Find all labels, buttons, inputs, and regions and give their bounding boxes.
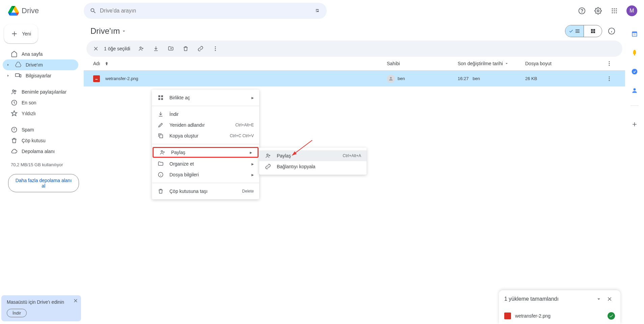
svg-point-1 bbox=[582, 12, 582, 13]
column-menu[interactable] bbox=[606, 60, 620, 67]
people-icon bbox=[11, 89, 18, 95]
add-icon[interactable] bbox=[628, 118, 641, 131]
menu-open-with[interactable]: Birlikte aç ▸ bbox=[152, 92, 259, 103]
buy-storage-button[interactable]: Daha fazla depolama alanı al bbox=[8, 174, 79, 192]
svg-point-7 bbox=[614, 10, 615, 11]
column-owner[interactable]: Sahibi bbox=[387, 61, 458, 66]
new-button[interactable]: Yeni bbox=[4, 24, 38, 43]
delete-button[interactable] bbox=[179, 42, 192, 55]
copy-icon bbox=[157, 132, 164, 139]
sidebar-item-mydrive[interactable]: Drive'ım bbox=[3, 59, 78, 70]
sidebar-item-trash[interactable]: Çöp kutusu bbox=[3, 135, 78, 146]
info-icon bbox=[157, 171, 164, 178]
menu-rename[interactable]: Yeniden adlandır Ctrl+Alt+E bbox=[152, 120, 259, 130]
file-row[interactable]: wetransfer-2.png ben 16:27 ben 26 KB bbox=[84, 70, 625, 86]
details-button[interactable] bbox=[605, 24, 618, 38]
tasks-icon[interactable] bbox=[628, 65, 641, 78]
keep-icon[interactable] bbox=[628, 46, 641, 59]
menu-trash[interactable]: Çöp kutusuna taşı Delete bbox=[152, 186, 259, 197]
toast-file-item[interactable]: wetransfer-2.png bbox=[499, 308, 620, 324]
link-icon bbox=[197, 46, 204, 52]
svg-text:31: 31 bbox=[633, 33, 636, 35]
sidebar-item-shared[interactable]: Benimle paylaşılanlar bbox=[3, 86, 78, 97]
success-check-icon bbox=[608, 312, 615, 320]
menu-file-info[interactable]: Dosya bilgileri ▸ bbox=[152, 169, 259, 180]
person-add-icon bbox=[138, 46, 144, 52]
sidebar-item-storage[interactable]: Depolama alanı bbox=[3, 146, 78, 157]
promo-download-button[interactable]: İndir bbox=[7, 309, 27, 317]
svg-rect-34 bbox=[158, 95, 160, 97]
sidebar-item-label: Drive'ım bbox=[26, 62, 43, 68]
image-file-icon bbox=[504, 313, 511, 319]
upload-toast: 1 yükleme tamamlandı wetransfer-2.png bbox=[499, 290, 620, 324]
sidebar-item-starred[interactable]: Yıldızlı bbox=[3, 108, 78, 119]
search-filter-icon[interactable] bbox=[311, 4, 324, 18]
trash-icon bbox=[157, 188, 164, 195]
chevron-right-icon: ▸ bbox=[251, 172, 254, 177]
table-header: Adı Sahibi Son değiştirilme tarihi Dosya… bbox=[84, 57, 625, 70]
help-icon[interactable] bbox=[575, 4, 589, 18]
settings-icon[interactable] bbox=[591, 4, 605, 18]
app-title: Drive bbox=[22, 6, 39, 15]
toast-header: 1 yükleme tamamlandı bbox=[499, 290, 620, 308]
svg-rect-20 bbox=[591, 31, 593, 33]
svg-point-6 bbox=[612, 10, 613, 11]
svg-point-4 bbox=[614, 8, 615, 9]
row-menu-button[interactable] bbox=[606, 76, 620, 82]
submenu-share[interactable]: Paylaş Ctrl+Alt+A bbox=[259, 150, 367, 161]
calendar-icon[interactable]: 31 bbox=[628, 27, 641, 41]
more-button[interactable] bbox=[209, 42, 222, 55]
sidebar-item-spam[interactable]: Spam bbox=[3, 124, 78, 135]
search-icon[interactable] bbox=[86, 4, 100, 18]
link-button[interactable] bbox=[194, 42, 207, 55]
close-icon bbox=[73, 298, 78, 303]
download-button[interactable] bbox=[149, 42, 163, 55]
toast-collapse-button[interactable] bbox=[593, 294, 604, 304]
sidebar-item-home[interactable]: Ana sayfa bbox=[3, 49, 78, 59]
sidebar-item-label: Benimle paylaşılanlar bbox=[22, 89, 66, 95]
arrow-up-icon bbox=[104, 61, 109, 66]
logo-area[interactable]: Drive bbox=[5, 4, 84, 18]
contacts-icon[interactable] bbox=[628, 84, 641, 97]
view-controls bbox=[565, 24, 618, 38]
list-view-button[interactable] bbox=[565, 25, 584, 37]
svg-point-25 bbox=[215, 48, 216, 49]
chevron-right-icon: ▸ bbox=[251, 161, 254, 167]
svg-point-23 bbox=[140, 47, 141, 49]
column-size[interactable]: Dosya boyut bbox=[525, 61, 606, 66]
folder-move-icon bbox=[168, 46, 174, 52]
search-bar[interactable] bbox=[84, 3, 327, 19]
folder-icon bbox=[157, 160, 164, 167]
share-button[interactable] bbox=[134, 42, 148, 55]
menu-download[interactable]: İndir bbox=[152, 109, 259, 120]
menu-organize[interactable]: Organize et ▸ bbox=[152, 158, 259, 169]
grid-view-button[interactable] bbox=[584, 25, 602, 37]
svg-point-10 bbox=[614, 12, 615, 13]
apps-icon[interactable] bbox=[608, 4, 621, 18]
open-with-icon bbox=[157, 94, 164, 101]
clear-selection-button[interactable] bbox=[89, 42, 103, 55]
selection-bar: 1 öğe seçildi bbox=[86, 41, 622, 57]
link-icon bbox=[265, 163, 271, 170]
svg-point-41 bbox=[267, 154, 268, 156]
column-name[interactable]: Adı bbox=[93, 61, 387, 66]
svg-rect-13 bbox=[20, 75, 21, 77]
move-button[interactable] bbox=[164, 42, 178, 55]
download-icon bbox=[157, 111, 164, 118]
column-modified[interactable]: Son değiştirilme tarihi bbox=[458, 61, 525, 66]
info-icon bbox=[608, 27, 615, 35]
sidebar-item-recent[interactable]: En son bbox=[3, 97, 78, 108]
submenu-copy-link[interactable]: Bağlantıyı kopyala bbox=[259, 161, 367, 172]
menu-copy[interactable]: Kopya oluştur Ctrl+C Ctrl+V bbox=[152, 130, 259, 141]
right-side-panel: 31 bbox=[625, 22, 644, 324]
user-avatar[interactable]: M bbox=[626, 5, 637, 16]
promo-close-button[interactable] bbox=[73, 298, 78, 303]
toast-close-button[interactable] bbox=[604, 294, 615, 304]
chevron-right-icon bbox=[5, 63, 11, 67]
menu-share[interactable]: Paylaş ▸ bbox=[153, 147, 259, 158]
breadcrumb-title[interactable]: Drive'ım bbox=[90, 26, 127, 36]
sidebar-item-computers[interactable]: Bilgisayarlar bbox=[3, 70, 78, 81]
search-input[interactable] bbox=[100, 8, 311, 14]
svg-rect-35 bbox=[161, 95, 163, 97]
more-vert-icon bbox=[212, 46, 218, 52]
